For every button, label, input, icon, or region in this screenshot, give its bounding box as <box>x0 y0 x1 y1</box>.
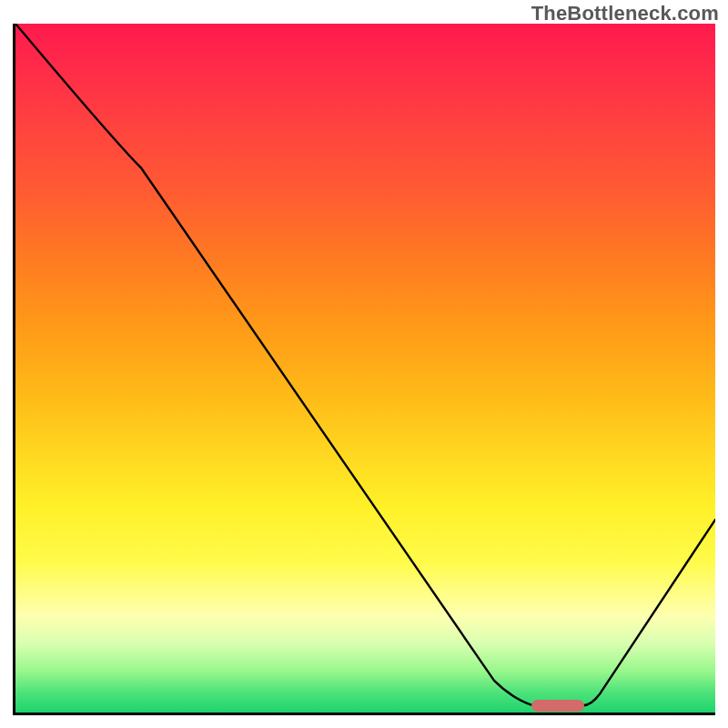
chart-frame: TheBottleneck.com <box>0 0 728 728</box>
target-marker <box>531 700 584 712</box>
watermark-text: TheBottleneck.com <box>531 2 719 25</box>
bottleneck-curve <box>15 24 715 713</box>
plot-area <box>13 24 715 715</box>
